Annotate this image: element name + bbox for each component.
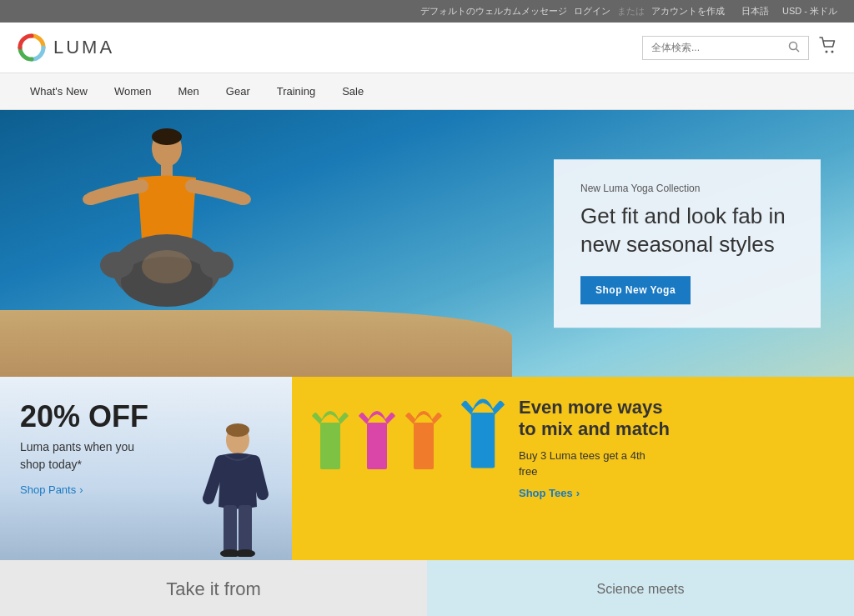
login-link[interactable]: ログイン bbox=[574, 5, 610, 18]
tees-title: Even more waysto mix and match bbox=[519, 397, 837, 441]
cart-icon[interactable] bbox=[819, 37, 837, 59]
luma-logo-icon bbox=[17, 33, 47, 63]
tank-pink bbox=[355, 409, 399, 476]
hero-yoga-person bbox=[67, 123, 267, 343]
shop-pants-link[interactable]: Shop Pants › bbox=[20, 483, 83, 496]
tees-description: Buy 3 Luma tees get a 4thfree bbox=[519, 448, 837, 480]
svg-point-1 bbox=[790, 42, 797, 49]
nav-item-men[interactable]: Men bbox=[165, 73, 213, 109]
nav-item-women[interactable]: Women bbox=[101, 73, 165, 109]
or-separator: または bbox=[617, 5, 645, 18]
svg-rect-22 bbox=[367, 423, 387, 469]
search-button[interactable] bbox=[788, 41, 800, 55]
promo-pants-description: Luma pants when youshop today* bbox=[20, 438, 272, 473]
hero-banner: New Luma Yoga Collection Get fit and loo… bbox=[0, 110, 854, 377]
header: LUMA bbox=[0, 23, 854, 73]
main-nav: What's New Women Men Gear Training Sale bbox=[0, 73, 854, 110]
nav-item-training[interactable]: Training bbox=[264, 73, 329, 109]
shop-tees-link[interactable]: Shop Tees › bbox=[519, 487, 580, 499]
svg-rect-17 bbox=[224, 505, 237, 553]
promo-discount: 20% OFF bbox=[20, 400, 272, 433]
top-bar: デフォルトのウェルカムメッセージ ログイン または アカウントを作成 日本語 U… bbox=[0, 0, 854, 23]
shop-tees-arrow: › bbox=[576, 487, 580, 499]
cart-svg-icon bbox=[819, 37, 837, 55]
promo-pants-banner: 20% OFF Luma pants when youshop today* S… bbox=[0, 377, 292, 560]
take-it-text: Take it from bbox=[166, 578, 261, 600]
search-input[interactable] bbox=[651, 42, 788, 53]
promo-science-meets: Science meets bbox=[427, 560, 854, 616]
tank-orange bbox=[402, 409, 445, 476]
create-account-link[interactable]: アカウントを作成 bbox=[651, 5, 725, 18]
promo-bottom-row: Take it from Science meets bbox=[0, 560, 854, 616]
svg-point-20 bbox=[235, 549, 255, 557]
svg-point-3 bbox=[826, 50, 828, 53]
tees-text-content: Even more waysto mix and match Buy 3 Lum… bbox=[519, 397, 837, 500]
svg-point-8 bbox=[83, 193, 98, 205]
svg-rect-18 bbox=[239, 505, 252, 553]
svg-point-6 bbox=[152, 128, 182, 145]
tank-green bbox=[309, 409, 352, 476]
svg-rect-24 bbox=[471, 413, 495, 468]
search-icon bbox=[788, 41, 800, 53]
svg-line-2 bbox=[796, 48, 800, 52]
nav-item-whats-new[interactable]: What's New bbox=[17, 73, 101, 109]
logo-text: LUMA bbox=[53, 37, 114, 58]
svg-point-12 bbox=[100, 252, 133, 278]
language-selector[interactable]: 日本語 bbox=[741, 5, 769, 18]
shop-pants-arrow: › bbox=[79, 483, 83, 496]
nav-item-gear[interactable]: Gear bbox=[213, 73, 264, 109]
shop-pants-label: Shop Pants bbox=[20, 483, 76, 496]
promo-take-it: Take it from bbox=[0, 560, 427, 616]
yoga-figure bbox=[67, 123, 267, 340]
svg-point-14 bbox=[142, 250, 192, 283]
nav-item-sale[interactable]: Sale bbox=[329, 73, 377, 109]
hero-content-box: New Luma Yoga Collection Get fit and loo… bbox=[554, 159, 821, 328]
science-meets-text: Science meets bbox=[597, 582, 685, 597]
welcome-message: デフォルトのウェルカムメッセージ bbox=[420, 5, 567, 18]
svg-point-4 bbox=[831, 50, 834, 53]
svg-rect-23 bbox=[414, 423, 434, 469]
svg-rect-21 bbox=[320, 423, 340, 469]
hero-subtitle: New Luma Yoga Collection bbox=[580, 183, 794, 194]
promo-pants-text: 20% OFF Luma pants when youshop today* S… bbox=[20, 400, 272, 497]
tees-shirts-display bbox=[309, 397, 509, 476]
promo-tees-banner: Even more waysto mix and match Buy 3 Lum… bbox=[292, 377, 854, 560]
svg-point-13 bbox=[200, 252, 234, 278]
header-right bbox=[642, 36, 837, 60]
shop-tees-label: Shop Tees bbox=[519, 487, 573, 499]
nav-list: What's New Women Men Gear Training Sale bbox=[17, 73, 837, 109]
svg-point-9 bbox=[236, 193, 251, 205]
currency-selector[interactable]: USD - 米ドル bbox=[782, 5, 837, 18]
promo-grid: 20% OFF Luma pants when youshop today* S… bbox=[0, 377, 854, 560]
shop-yoga-button[interactable]: Shop New Yoga bbox=[580, 276, 691, 304]
logo[interactable]: LUMA bbox=[17, 33, 114, 63]
tank-blue bbox=[457, 397, 509, 476]
hero-title: Get fit and look fab in new seasonal sty… bbox=[580, 203, 794, 259]
search-box[interactable] bbox=[642, 36, 809, 60]
